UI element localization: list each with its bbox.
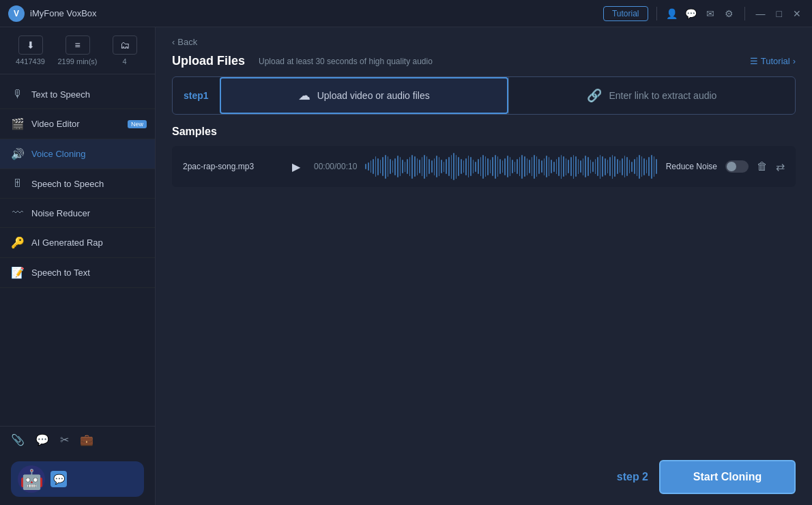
waveform-bar bbox=[532, 157, 533, 176]
waveform-bar bbox=[388, 156, 389, 177]
waveform-bar bbox=[546, 156, 547, 177]
upload-title: Upload Files bbox=[172, 54, 245, 68]
chatbot-bubble-icon: 💬 bbox=[50, 471, 67, 487]
settings-icon[interactable]: ⚙ bbox=[723, 7, 736, 20]
user-icon[interactable]: 👤 bbox=[665, 7, 679, 20]
waveform-bar bbox=[375, 156, 377, 177]
tutorial-button[interactable]: Tutorial bbox=[603, 6, 648, 21]
link-tab[interactable]: 🔗 Enter link to extract audio bbox=[508, 77, 795, 114]
minimize-button[interactable]: — bbox=[753, 8, 768, 19]
upload-section: Upload Files Upload at least 30 seconds … bbox=[156, 54, 812, 126]
waveform-bar bbox=[436, 156, 437, 177]
shuffle-icon[interactable]: ⇄ bbox=[776, 160, 785, 173]
waveform-bar bbox=[585, 156, 586, 177]
waveform-bar bbox=[573, 155, 575, 179]
waveform-bar bbox=[617, 159, 618, 174]
waveform-bar bbox=[485, 156, 487, 177]
app-logo: V bbox=[8, 5, 25, 22]
waveform-bar bbox=[536, 156, 538, 177]
waveform-bar bbox=[470, 157, 472, 176]
back-button[interactable]: ‹ Back bbox=[172, 37, 197, 47]
sidebar-item-noise-reducer[interactable]: 〰 Noise Reducer bbox=[0, 199, 155, 228]
main-bottom: step 2 Start Cloning bbox=[156, 449, 812, 505]
waveform-bar bbox=[561, 155, 562, 179]
upload-tab[interactable]: ☁ Upload video or audio files bbox=[220, 77, 508, 114]
minutes-value: 2199 min(s) bbox=[57, 57, 97, 66]
waveform-bar bbox=[580, 160, 581, 173]
waveform-bar bbox=[656, 159, 657, 174]
upload-header: Upload Files Upload at least 30 seconds … bbox=[172, 54, 796, 68]
waveform-bar bbox=[620, 160, 621, 173]
waveform-bar bbox=[482, 155, 484, 179]
waveform-bar bbox=[392, 160, 394, 173]
downloads-value: 4417439 bbox=[16, 57, 45, 66]
start-cloning-button[interactable]: Start Cloning bbox=[659, 460, 796, 494]
sidebar-nav: 🎙 Text to Speech 🎬 Video Editor New 🔊 Vo… bbox=[0, 74, 155, 426]
play-button[interactable]: ▶ bbox=[287, 157, 306, 176]
waveform-bar bbox=[463, 160, 465, 173]
waveform-bar bbox=[365, 164, 366, 169]
waveform-bar bbox=[609, 157, 611, 176]
sidebar-item-speech-to-speech[interactable]: 🎚 Speech to Speech bbox=[0, 169, 155, 199]
waveform-bar bbox=[429, 159, 430, 174]
waveform-bar bbox=[368, 162, 369, 171]
step2-label: step 2 bbox=[617, 471, 648, 483]
toggle-knob bbox=[727, 162, 736, 171]
waveform-bar bbox=[612, 155, 613, 179]
waveform-bar bbox=[397, 156, 398, 177]
paperclip-icon[interactable]: 📎 bbox=[11, 433, 25, 446]
files-icon: 🗂 bbox=[113, 35, 137, 55]
waveform bbox=[365, 153, 657, 180]
speech-to-text-label: Speech to Text bbox=[31, 268, 90, 278]
waveform-bar bbox=[458, 157, 459, 176]
sidebar-item-ai-generated-rap[interactable]: 🔑 AI Generated Rap bbox=[0, 228, 155, 258]
waveform-bar bbox=[451, 155, 452, 179]
waveform-bar bbox=[431, 160, 433, 173]
waveform-bar bbox=[465, 158, 467, 175]
link-icon: 🔗 bbox=[587, 88, 602, 103]
chat-icon[interactable]: 💬 bbox=[684, 7, 698, 20]
waveform-bar bbox=[637, 157, 638, 176]
bag-icon[interactable]: 💼 bbox=[80, 433, 93, 446]
sidebar-item-text-to-speech[interactable]: 🎙 Text to Speech bbox=[0, 80, 155, 109]
delete-icon[interactable]: 🗑 bbox=[757, 160, 768, 173]
waveform-bar bbox=[475, 162, 476, 172]
waveform-bar bbox=[631, 162, 633, 172]
waveform-bar bbox=[583, 158, 584, 175]
scissors-icon[interactable]: ✂ bbox=[60, 433, 69, 446]
waveform-bar bbox=[417, 158, 418, 175]
tutorial-link[interactable]: ☰ Tutorial › bbox=[750, 56, 796, 66]
bubble-icon[interactable]: 💬 bbox=[35, 433, 49, 446]
waveform-bar bbox=[600, 155, 601, 179]
waveform-bar bbox=[654, 156, 655, 177]
upload-tab-label: Upload video or audio files bbox=[317, 90, 430, 101]
stat-box-files: 🗂 4 bbox=[101, 35, 148, 66]
back-label: Back bbox=[177, 37, 197, 47]
stat-box-downloads: ⬇ 4417439 bbox=[7, 35, 54, 66]
chatbot-avatar: 🤖 bbox=[18, 465, 45, 493]
sidebar-item-video-editor[interactable]: 🎬 Video Editor New bbox=[0, 109, 155, 139]
mail-icon[interactable]: ✉ bbox=[704, 7, 717, 20]
waveform-bar bbox=[541, 160, 542, 173]
waveform-bar bbox=[448, 157, 450, 176]
waveform-bar bbox=[558, 157, 560, 176]
waveform-bar bbox=[629, 160, 630, 173]
waveform-bar bbox=[402, 160, 403, 173]
reduce-noise-toggle[interactable] bbox=[725, 160, 749, 173]
waveform-bar bbox=[507, 156, 508, 177]
maximize-button[interactable]: □ bbox=[774, 8, 785, 19]
waveform-bar bbox=[492, 157, 493, 176]
video-editor-icon: 🎬 bbox=[11, 117, 25, 130]
waveform-bar bbox=[373, 159, 374, 174]
close-button[interactable]: ✕ bbox=[790, 8, 804, 19]
voice-cloning-label: Voice Cloning bbox=[31, 149, 86, 159]
waveform-bar bbox=[426, 156, 428, 177]
waveform-bar bbox=[390, 159, 391, 174]
sidebar-item-speech-to-text[interactable]: 📝 Speech to Text bbox=[0, 258, 155, 288]
sidebar-item-voice-cloning[interactable]: 🔊 Voice Cloning bbox=[0, 139, 155, 169]
waveform-bar bbox=[641, 156, 643, 177]
waveform-bar bbox=[590, 160, 592, 173]
waveform-bar bbox=[497, 156, 499, 177]
speech-to-speech-label: Speech to Speech bbox=[31, 179, 104, 189]
waveform-bar bbox=[422, 157, 423, 176]
